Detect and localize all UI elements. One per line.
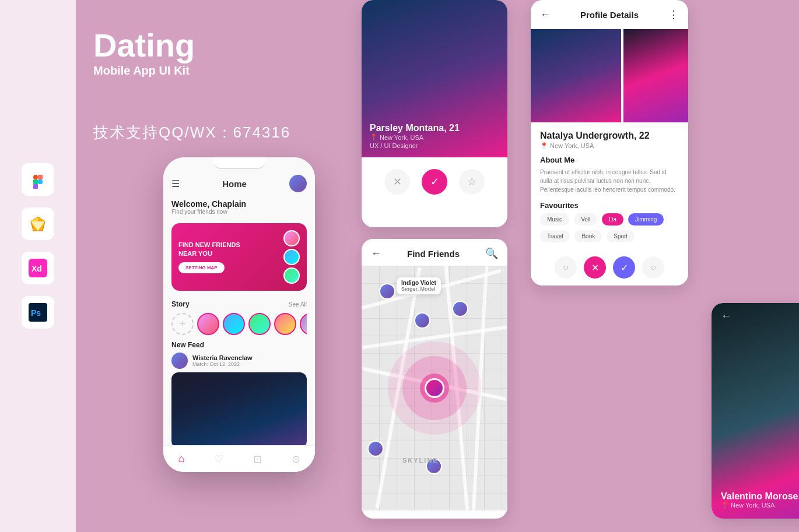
map-title: Find Friends xyxy=(407,249,460,259)
story-add-button[interactable]: + xyxy=(171,313,194,335)
map-back-button[interactable]: ← xyxy=(371,248,381,260)
about-me-text: Praesent ut efficitur nibh, in congue te… xyxy=(540,168,679,194)
map-user-pin-1[interactable] xyxy=(379,283,395,300)
fav-tag-voll[interactable]: Voll xyxy=(574,213,597,226)
feed-image xyxy=(171,372,307,448)
fav-tag-jimming[interactable]: Jimming xyxy=(628,213,664,226)
skyline-label: SKYLINE xyxy=(402,457,439,464)
map-user-pin-3[interactable] xyxy=(414,312,430,329)
welcome-sub: Find your friends now xyxy=(171,209,307,215)
favourites-list: Music Voll Da Jimming Travel Book Sport xyxy=(540,213,679,242)
map-user-pin-4[interactable] xyxy=(367,441,384,457)
profile-name: Parsley Montana, 21 xyxy=(370,123,460,133)
svg-point-5 xyxy=(38,179,43,184)
friend-avatar-2 xyxy=(283,249,300,265)
profile-info: Parsley Montana, 21 📍 New York, USA UX /… xyxy=(370,123,460,149)
detail-image-side xyxy=(623,29,688,122)
fav-tag-da[interactable]: Da xyxy=(602,213,623,226)
fav-tag-sport[interactable]: Sport xyxy=(607,230,635,242)
story-item-4[interactable] xyxy=(274,313,296,335)
details-location: 📍 New York, USA xyxy=(540,142,679,150)
story-section: Story See All + xyxy=(163,295,315,337)
map-screen: ← Find Friends 🔍 In xyxy=(362,239,507,519)
story-item-3[interactable] xyxy=(248,313,271,335)
fav-tag-book[interactable]: Book xyxy=(574,230,602,242)
sidebar: Xd Ps xyxy=(0,0,76,532)
photo-location: 📍 New York, USA xyxy=(721,502,799,509)
profile-actions: ✕ ✓ ☆ xyxy=(362,157,507,206)
phone-frame-home: ☰ Home Welcome, Chaplain Find your frien… xyxy=(163,157,315,472)
title-section: Dating Mobile App UI Kit xyxy=(93,29,195,77)
details-dislike-gray-button[interactable]: ○ xyxy=(555,256,577,279)
svg-text:Xd: Xd xyxy=(31,264,42,273)
map-search-icon[interactable]: 🔍 xyxy=(485,247,498,260)
story-item-5[interactable] xyxy=(300,313,307,335)
friend-avatar-3 xyxy=(283,267,300,284)
photo-name: Valentino Morose, 24 xyxy=(721,491,799,502)
fav-tag-music[interactable]: Music xyxy=(540,213,569,226)
find-friends-text: FIND NEW FRIENDS NEAR YOU xyxy=(178,241,254,258)
map-header: ← Find Friends 🔍 xyxy=(362,239,507,266)
details-title: Profile Details xyxy=(580,10,639,20)
photo-location-icon: 📍 xyxy=(721,502,729,509)
photo-image xyxy=(712,303,799,519)
details-name: Natalya Undergrowth, 22 xyxy=(540,131,679,141)
home-screen-title: Home xyxy=(222,179,247,189)
details-star-button[interactable]: ○ xyxy=(642,256,664,279)
figma-icon[interactable] xyxy=(22,163,54,196)
nav-profile-icon[interactable]: ⊙ xyxy=(292,453,300,466)
app-title: Dating xyxy=(93,29,195,62)
dislike-button[interactable]: ✕ xyxy=(384,169,410,195)
feed-user-info: Wisteria Ravenclaw Match: Oct 12, 2022 xyxy=(192,354,253,367)
star-button[interactable]: ☆ xyxy=(459,169,485,195)
nav-heart-icon[interactable]: ♡ xyxy=(214,453,223,466)
story-item-1[interactable] xyxy=(197,313,219,335)
app-subtitle: Mobile App UI Kit xyxy=(93,64,195,77)
story-header: Story See All xyxy=(171,300,307,308)
svg-text:Ps: Ps xyxy=(31,308,41,318)
like-button[interactable]: ✓ xyxy=(422,169,447,195)
nav-home-icon[interactable]: ⌂ xyxy=(178,453,184,465)
home-header: ☰ Home xyxy=(163,170,315,196)
detail-image-main xyxy=(531,29,621,122)
setting-map-button[interactable]: SETTING MAP xyxy=(178,262,225,273)
feed-avatar xyxy=(171,353,188,369)
find-friends-card: FIND NEW FRIENDS NEAR YOU SETTING MAP xyxy=(171,223,307,291)
map-location-sub: Singer, Model xyxy=(401,286,436,292)
details-header: ← Profile Details ⋮ xyxy=(531,0,688,29)
map-user-pin-2[interactable] xyxy=(452,301,468,317)
details-actions: ○ ✕ ✓ ○ xyxy=(531,251,688,284)
welcome-name: Welcome, Chaplain xyxy=(171,199,307,209)
ps-icon[interactable]: Ps xyxy=(22,296,54,329)
phone-screen-home: ☰ Home Welcome, Chaplain Find your frien… xyxy=(163,157,315,472)
about-me-title: About Me xyxy=(540,156,679,164)
location-icon: 📍 xyxy=(370,133,378,141)
story-label: Story xyxy=(171,300,190,308)
feed-label: New Feed xyxy=(171,341,307,349)
xd-icon[interactable]: Xd xyxy=(22,252,54,284)
phone-home: ☰ Home Welcome, Chaplain Find your frien… xyxy=(163,157,315,472)
profile-location: 📍 New York, USA xyxy=(370,133,460,141)
details-back-button[interactable]: ← xyxy=(540,9,551,21)
svg-rect-4 xyxy=(33,184,38,189)
photo-info: Valentino Morose, 24 📍 New York, USA xyxy=(721,491,799,509)
details-more-button[interactable]: ⋮ xyxy=(668,8,679,21)
map-body: Indigo Violet Singer, Model SKYLINE xyxy=(362,266,507,510)
fav-tag-travel[interactable]: Travel xyxy=(540,230,570,242)
story-item-2[interactable] xyxy=(223,313,245,335)
details-location-icon: 📍 xyxy=(540,142,548,149)
nav-chat-icon[interactable]: ⊡ xyxy=(253,453,262,466)
details-x-button[interactable]: ✕ xyxy=(584,256,606,279)
photo-back-button[interactable]: ← xyxy=(721,310,731,322)
photo-screen: ← ⋮ Valentino Morose, 24 📍 New York, USA xyxy=(712,303,799,519)
friend-avatar-1 xyxy=(283,230,300,246)
menu-icon: ☰ xyxy=(171,178,180,189)
feed-match-date: Match: Oct 12, 2022 xyxy=(192,361,253,367)
sketch-icon[interactable] xyxy=(22,207,54,240)
feed-user: Wisteria Ravenclaw Match: Oct 12, 2022 xyxy=(171,353,307,369)
details-check-button[interactable]: ✓ xyxy=(613,256,635,279)
profile-role: UX / UI Designer xyxy=(370,142,460,149)
story-list: + xyxy=(171,313,307,335)
see-all-button[interactable]: See All xyxy=(289,301,307,308)
bottom-nav: ⌂ ♡ ⊡ ⊙ xyxy=(163,445,315,472)
